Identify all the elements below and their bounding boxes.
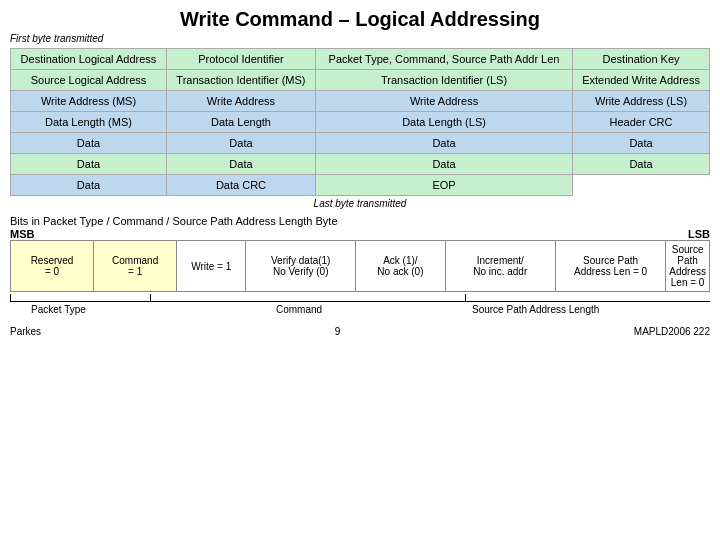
bits-cell-increment: Increment/No inc. addr (445, 241, 555, 292)
bits-cell-reserved: Reserved= 0 (11, 241, 94, 292)
bits-cell-srcpath1: Source PathAddress Len = 0 (556, 241, 666, 292)
bits-cell-srcpath2: Source PathAddress Len = 0 (666, 241, 710, 292)
table-cell: Destination Logical Address (11, 49, 167, 70)
table-cell: Write Address (166, 91, 315, 112)
lsb-label: LSB (688, 228, 710, 240)
page-title: Write Command – Logical Addressing (10, 8, 710, 31)
brace-srcpath (465, 294, 710, 302)
table-cell: Data (166, 154, 315, 175)
main-table: Destination Logical Address Protocol Ide… (10, 48, 710, 196)
footer-page: 9 (335, 326, 341, 337)
table-cell: Data (166, 133, 315, 154)
footer-ref: MAPLD2006 222 (634, 326, 710, 337)
footer: Parkes 9 MAPLD2006 222 (10, 326, 710, 337)
bits-cell-command: Command= 1 (94, 241, 177, 292)
table-cell: Data (315, 133, 572, 154)
msb-label: MSB (10, 228, 34, 240)
table-cell: Data (573, 133, 710, 154)
table-cell: Write Address (MS) (11, 91, 167, 112)
first-byte-label: First byte transmitted (10, 33, 710, 44)
table-cell: Data (11, 154, 167, 175)
table-cell: Header CRC (573, 112, 710, 133)
bits-title: Bits in Packet Type / Command / Source P… (10, 215, 710, 227)
table-cell: Data (11, 133, 167, 154)
bits-cell-ack: Ack (1)/No ack (0) (356, 241, 445, 292)
brace-pkt (10, 294, 164, 302)
table-cell: Write Address (LS) (573, 91, 710, 112)
bits-cell-verify: Verify data(1)No Verify (0) (246, 241, 356, 292)
last-byte-label: Last byte transmitted (10, 198, 710, 209)
footer-author: Parkes (10, 326, 41, 337)
table-cell: Data (11, 175, 167, 196)
table-cell: Data Length (MS) (11, 112, 167, 133)
table-cell: EOP (315, 175, 572, 196)
bits-cell-write: Write = 1 (177, 241, 246, 292)
table-cell: Destination Key (573, 49, 710, 70)
table-cell: Data CRC (166, 175, 315, 196)
brace-cmd (150, 294, 479, 302)
table-cell: Transaction Identifier (LS) (315, 70, 572, 91)
table-cell: Transaction Identifier (MS) (166, 70, 315, 91)
label-packet-type: Packet Type (31, 304, 86, 315)
table-cell: Write Address (315, 91, 572, 112)
table-cell: Data (315, 154, 572, 175)
table-cell: Data Length (166, 112, 315, 133)
bits-table: Reserved= 0 Command= 1 Write = 1 Verify … (10, 240, 710, 292)
bracket-container: Packet Type Command Source Path Address … (10, 294, 710, 322)
table-cell: Protocol Identifier (166, 49, 315, 70)
label-command: Command (276, 304, 322, 315)
table-cell: Source Logical Address (11, 70, 167, 91)
table-cell: Data Length (LS) (315, 112, 572, 133)
table-cell: Packet Type, Command, Source Path Addr L… (315, 49, 572, 70)
table-cell: Extended Write Address (573, 70, 710, 91)
table-cell (573, 175, 710, 196)
label-srcpath-length: Source Path Address Length (472, 304, 599, 315)
table-cell: Data (573, 154, 710, 175)
